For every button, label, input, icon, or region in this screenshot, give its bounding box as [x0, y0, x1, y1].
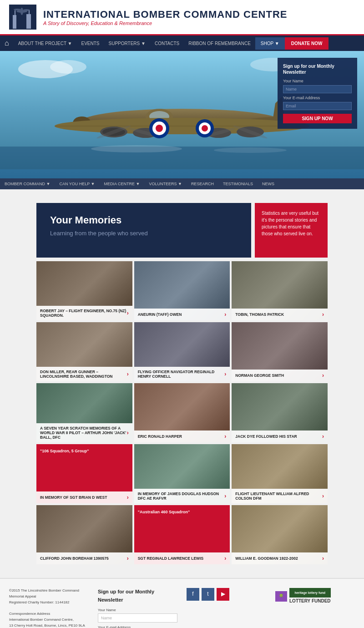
photo-label-15: WILLIAM E. GOODMAN 1922-2002 ›	[232, 552, 328, 564]
photo-label-4: DON MILLER, REAR GUNNER – LINCOLNSHIRE B…	[36, 367, 132, 381]
nav-bomber-command[interactable]: BOMBER COMMAND ▼	[0, 178, 55, 189]
footer-name-input[interactable]	[98, 613, 177, 623]
footer-newsletter: Sign up for our Monthly Newsletter Your …	[98, 588, 177, 628]
copyright: ©2015 The Lincolnshire Bomber Command Me…	[9, 588, 89, 600]
svg-rect-2	[26, 14, 31, 29]
arrow-icon-8: ›	[224, 433, 226, 440]
name-label: Your Name	[283, 79, 352, 83]
social-icons: f t ▶	[187, 588, 266, 601]
nav-about[interactable]: ABOUT THE PROJECT ▼	[14, 37, 77, 50]
photo-card-4[interactable]: DON MILLER, REAR GUNNER – LINCOLNSHIRE B…	[36, 322, 132, 381]
email-input[interactable]	[283, 102, 352, 110]
photo-label-13: CLIFFORD JOHN BOREHAM 1390575 ›	[36, 552, 132, 564]
svg-point-5	[20, 8, 23, 15]
photo-label-8: ERIC RONALD HARPER ›	[134, 430, 230, 442]
photo-card-5[interactable]: FLYING OFFICER NAVIGATOR REGINALD HENRY …	[134, 322, 230, 381]
signup-button[interactable]: SIGN UP NOW	[283, 114, 352, 123]
memories-side: Statistics are very useful but it's the …	[255, 203, 328, 258]
youtube-icon[interactable]: ▶	[217, 588, 229, 601]
svg-point-6	[14, 9, 21, 10]
photo-label-5: FLYING OFFICER NAVIGATOR REGINALD HENRY …	[134, 367, 230, 381]
photo-card-1[interactable]: ROBERT JAY – FLIGHT ENGINEER, NO.75 (NZ)…	[36, 261, 132, 320]
photo-card-10[interactable]: "106 Squadron, 5 Group" IN MEMORY OF SGT…	[36, 444, 132, 503]
nav-media-centre[interactable]: MEDIA CENTRE ▼	[100, 178, 145, 189]
nav-news[interactable]: NEWS	[258, 178, 279, 189]
twitter-icon[interactable]: t	[202, 588, 214, 601]
site-title: INTERNATIONAL BOMBER COMMAND CENTRE	[43, 9, 288, 20]
nav-ribbon[interactable]: RIBBON OF REMEMBRANCE	[184, 37, 255, 50]
photo-card-2[interactable]: ANEURIN (TAFF) OWEN ›	[134, 261, 230, 320]
nav-shop[interactable]: SHOP ▼	[255, 37, 285, 50]
arrow-icon-10: ›	[127, 494, 129, 501]
nav-events[interactable]: EVENTS	[76, 37, 104, 50]
nav-can-you-help[interactable]: CAN YOU HELP ▼	[55, 178, 99, 189]
facebook-icon[interactable]: f	[187, 588, 199, 601]
nav-research[interactable]: RESEARCH	[187, 178, 218, 189]
arrow-icon-13: ›	[127, 555, 129, 562]
photo-label-1: ROBERT JAY – FLIGHT ENGINEER, NO.75 (NZ)…	[36, 306, 132, 320]
arrow-icon-7: ›	[127, 430, 129, 436]
photo-label-14: SGT REGINALD LAWRENCE LEWIS ›	[134, 552, 230, 564]
inner-label-14: "Australian 460 Squadron"	[138, 510, 190, 514]
address-line: 13 Cherry Holt Road, Bourne, Lincs, PE10…	[9, 623, 89, 628]
arrow-icon-3: ›	[322, 311, 324, 318]
photo-grid-3: A SEVEN YEAR SCRATCH MEMORIES OF A WORLD…	[36, 383, 328, 442]
nav-supporters[interactable]: SUPPORTERS ▼	[104, 37, 150, 50]
site-header: INTERNATIONAL BOMBER COMMAND CENTRE A St…	[0, 0, 364, 35]
photo-card-13[interactable]: CLIFFORD JOHN BOREHAM 1390575 ›	[36, 505, 132, 564]
photo-label-6: NORMAN GEORGE SMITH ›	[232, 370, 328, 381]
arrow-icon-5: ›	[224, 371, 226, 377]
photo-card-12[interactable]: FLIGHT LIEUTENANT WILLIAM ALFRED COLSON …	[232, 444, 328, 503]
photo-label-11: IN MEMORY OF JAMES DOUGLAS HUDSON DFC AE…	[134, 489, 230, 503]
nav-volunteers[interactable]: VOLUNTEERS ▼	[144, 178, 186, 189]
heritage-badge: heritage lottery fund	[289, 588, 331, 598]
photo-card-14[interactable]: "Australian 460 Squadron" SGT REGINALD L…	[134, 505, 230, 564]
svg-point-35	[202, 125, 208, 132]
svg-point-38	[214, 147, 287, 153]
nav-contacts[interactable]: CONTACTS	[150, 37, 184, 50]
nav-testimonials[interactable]: TESTIMONIALS	[218, 178, 258, 189]
org-name: International Bomber Command Centre,	[9, 617, 89, 623]
correspondence-label: Correspondence Address	[9, 611, 89, 617]
svg-point-10	[50, 60, 86, 74]
photo-card-9[interactable]: JACK DYE FOLLOWED HIS STAR ›	[232, 383, 328, 442]
svg-rect-0	[13, 15, 16, 29]
memories-section: Your Memories Learning from the people w…	[36, 203, 328, 258]
memories-main: Your Memories Learning from the people w…	[36, 203, 251, 258]
footer-email-label: Your E-mail Address	[98, 625, 131, 628]
photo-card-15[interactable]: WILLIAM E. GOODMAN 1922-2002 ›	[232, 505, 328, 564]
photo-card-3[interactable]: TOBIN, THOMAS PATRICK ›	[232, 261, 328, 320]
lottery-text: LOTTERY FUNDED	[289, 598, 331, 605]
main-content: Your Memories Learning from the people w…	[0, 203, 364, 564]
photo-label-12: FLIGHT LIEUTENANT WILLIAM ALFRED COLSON …	[232, 489, 328, 503]
photo-card-11[interactable]: IN MEMORY OF JAMES DOUGLAS HUDSON DFC AE…	[134, 444, 230, 503]
photo-grid-2: DON MILLER, REAR GUNNER – LINCOLNSHIRE B…	[36, 322, 328, 381]
footer-newsletter-heading: Sign up for our Monthly Newsletter	[98, 588, 177, 604]
nav-donate[interactable]: DONATE NOW	[285, 37, 329, 50]
photo-card-7[interactable]: A SEVEN YEAR SCRATCH MEMORIES OF A WORLD…	[36, 383, 132, 442]
arrow-icon-6: ›	[322, 372, 324, 379]
arrow-icon-4: ›	[127, 371, 129, 377]
newsletter-heading: Sign up for our Monthly Newsletter	[283, 63, 352, 75]
svg-point-7	[23, 9, 30, 11]
hero-section: Sign up for our Monthly Newsletter Your …	[0, 51, 364, 178]
photo-card-8[interactable]: ERIC RONALD HARPER ›	[134, 383, 230, 442]
memories-subheading: Learning from the people who served	[50, 230, 238, 237]
lottery-logo: 🍀 heritage lottery fund LOTTERY FUNDED	[275, 588, 355, 605]
logo-icon	[9, 5, 36, 30]
home-icon[interactable]: ⌂	[0, 35, 14, 51]
arrow-icon-2: ›	[224, 311, 226, 318]
photo-card-6[interactable]: NORMAN GEORGE SMITH ›	[232, 322, 328, 381]
second-nav: BOMBER COMMAND ▼ CAN YOU HELP ▼ MEDIA CE…	[0, 178, 364, 189]
footer-name-label: Your Name	[98, 608, 116, 612]
photo-grid-4: "106 Squadron, 5 Group" IN MEMORY OF SGT…	[36, 444, 328, 503]
site-footer: ©2015 The Lincolnshire Bomber Command Me…	[0, 578, 364, 628]
email-label: Your E-mail Address	[283, 96, 352, 100]
photo-grid-5: CLIFFORD JOHN BOREHAM 1390575 › "Austral…	[36, 505, 328, 564]
photo-label-3: TOBIN, THOMAS PATRICK ›	[232, 309, 328, 320]
name-input[interactable]	[283, 85, 352, 93]
photo-label-9: JACK DYE FOLLOWED HIS STAR ›	[232, 430, 328, 442]
memories-side-text: Statistics are very useful but it's the …	[262, 210, 321, 237]
photo-label-10: IN MEMORY OF SGT BRIAN D WEST ›	[36, 491, 132, 503]
svg-rect-36	[0, 147, 364, 169]
